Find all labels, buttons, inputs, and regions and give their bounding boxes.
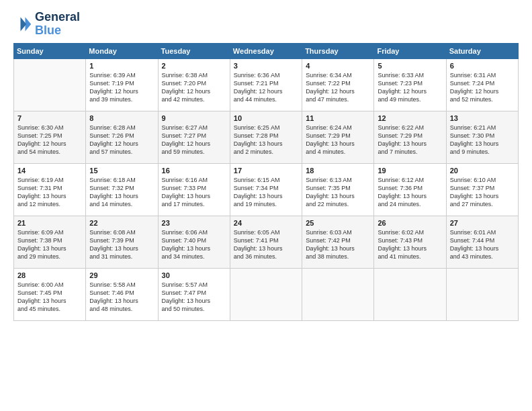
- day-info: Sunrise: 6:33 AM Sunset: 7:23 PM Dayligh…: [378, 71, 442, 104]
- day-info: Sunrise: 6:08 AM Sunset: 7:39 PM Dayligh…: [89, 228, 154, 261]
- calendar-cell: 6Sunrise: 6:31 AM Sunset: 7:24 PM Daylig…: [446, 58, 518, 111]
- day-number: 14: [17, 167, 82, 175]
- day-info: Sunrise: 6:15 AM Sunset: 7:34 PM Dayligh…: [234, 176, 298, 209]
- day-number: 13: [450, 114, 515, 122]
- day-number: 8: [89, 114, 154, 122]
- calendar-cell: 30Sunrise: 5:57 AM Sunset: 7:47 PM Dayli…: [158, 268, 230, 320]
- day-number: 17: [234, 167, 298, 175]
- col-header-thursday: Thursday: [302, 43, 374, 58]
- calendar-cell: 9Sunrise: 6:27 AM Sunset: 7:27 PM Daylig…: [158, 111, 230, 163]
- day-info: Sunrise: 6:16 AM Sunset: 7:33 PM Dayligh…: [162, 176, 226, 209]
- calendar-cell: 20Sunrise: 6:10 AM Sunset: 7:37 PM Dayli…: [446, 163, 518, 216]
- day-number: 18: [306, 167, 370, 175]
- day-number: 21: [17, 219, 82, 227]
- day-info: Sunrise: 6:18 AM Sunset: 7:32 PM Dayligh…: [89, 176, 154, 209]
- calendar-cell: 18Sunrise: 6:13 AM Sunset: 7:35 PM Dayli…: [302, 163, 374, 216]
- day-info: Sunrise: 6:19 AM Sunset: 7:31 PM Dayligh…: [17, 176, 82, 209]
- calendar-cell: 2Sunrise: 6:38 AM Sunset: 7:20 PM Daylig…: [158, 58, 230, 111]
- col-header-saturday: Saturday: [446, 43, 518, 58]
- col-header-monday: Monday: [86, 43, 158, 58]
- day-number: 30: [162, 271, 226, 279]
- calendar-cell: 14Sunrise: 6:19 AM Sunset: 7:31 PM Dayli…: [14, 163, 86, 216]
- calendar-cell: 17Sunrise: 6:15 AM Sunset: 7:34 PM Dayli…: [230, 163, 302, 216]
- day-number: 5: [378, 62, 442, 70]
- day-info: Sunrise: 6:31 AM Sunset: 7:24 PM Dayligh…: [450, 71, 515, 104]
- day-info: Sunrise: 6:28 AM Sunset: 7:26 PM Dayligh…: [89, 124, 154, 156]
- calendar-row: 1Sunrise: 6:39 AM Sunset: 7:19 PM Daylig…: [14, 58, 519, 111]
- day-number: 9: [162, 114, 226, 122]
- day-number: 19: [378, 167, 442, 175]
- day-number: 25: [306, 219, 370, 227]
- day-info: Sunrise: 6:34 AM Sunset: 7:22 PM Dayligh…: [306, 71, 370, 104]
- day-info: Sunrise: 6:22 AM Sunset: 7:29 PM Dayligh…: [378, 124, 442, 156]
- day-info: Sunrise: 6:10 AM Sunset: 7:37 PM Dayligh…: [450, 176, 515, 209]
- day-number: 24: [234, 219, 298, 227]
- col-header-tuesday: Tuesday: [158, 43, 230, 58]
- day-number: 23: [162, 219, 226, 227]
- calendar-cell: [446, 268, 518, 320]
- calendar-cell: 5Sunrise: 6:33 AM Sunset: 7:23 PM Daylig…: [374, 58, 446, 111]
- day-info: Sunrise: 6:09 AM Sunset: 7:38 PM Dayligh…: [17, 228, 82, 261]
- logo: General Blue: [13, 11, 80, 38]
- day-info: Sunrise: 6:30 AM Sunset: 7:25 PM Dayligh…: [17, 124, 82, 156]
- page-header: General Blue: [13, 11, 519, 38]
- calendar-row: 21Sunrise: 6:09 AM Sunset: 7:38 PM Dayli…: [14, 216, 519, 268]
- day-number: 3: [234, 62, 298, 70]
- day-number: 11: [306, 114, 370, 122]
- day-number: 26: [378, 219, 442, 227]
- calendar-cell: 21Sunrise: 6:09 AM Sunset: 7:38 PM Dayli…: [14, 216, 86, 268]
- calendar-row: 28Sunrise: 6:00 AM Sunset: 7:45 PM Dayli…: [14, 268, 519, 320]
- calendar-cell: [14, 58, 86, 111]
- calendar-cell: 13Sunrise: 6:21 AM Sunset: 7:30 PM Dayli…: [446, 111, 518, 163]
- day-info: Sunrise: 5:58 AM Sunset: 7:46 PM Dayligh…: [89, 281, 154, 314]
- day-number: 28: [17, 271, 82, 279]
- col-header-sunday: Sunday: [14, 43, 86, 58]
- calendar-cell: 23Sunrise: 6:06 AM Sunset: 7:40 PM Dayli…: [158, 216, 230, 268]
- day-number: 29: [89, 271, 154, 279]
- calendar-cell: 1Sunrise: 6:39 AM Sunset: 7:19 PM Daylig…: [86, 58, 158, 111]
- calendar-cell: 8Sunrise: 6:28 AM Sunset: 7:26 PM Daylig…: [86, 111, 158, 163]
- calendar-cell: 3Sunrise: 6:36 AM Sunset: 7:21 PM Daylig…: [230, 58, 302, 111]
- calendar-cell: 11Sunrise: 6:24 AM Sunset: 7:29 PM Dayli…: [302, 111, 374, 163]
- day-info: Sunrise: 5:57 AM Sunset: 7:47 PM Dayligh…: [162, 281, 226, 314]
- logo-text: General Blue: [35, 11, 80, 38]
- day-number: 20: [450, 167, 515, 175]
- day-info: Sunrise: 6:03 AM Sunset: 7:42 PM Dayligh…: [306, 228, 370, 261]
- day-number: 7: [17, 114, 82, 122]
- calendar-cell: 28Sunrise: 6:00 AM Sunset: 7:45 PM Dayli…: [14, 268, 86, 320]
- day-number: 2: [162, 62, 226, 70]
- calendar-cell: 10Sunrise: 6:25 AM Sunset: 7:28 PM Dayli…: [230, 111, 302, 163]
- day-number: 1: [89, 62, 154, 70]
- day-info: Sunrise: 6:39 AM Sunset: 7:19 PM Dayligh…: [89, 71, 154, 104]
- day-info: Sunrise: 6:21 AM Sunset: 7:30 PM Dayligh…: [450, 124, 515, 156]
- calendar-cell: 25Sunrise: 6:03 AM Sunset: 7:42 PM Dayli…: [302, 216, 374, 268]
- calendar-cell: 19Sunrise: 6:12 AM Sunset: 7:36 PM Dayli…: [374, 163, 446, 216]
- col-header-wednesday: Wednesday: [230, 43, 302, 58]
- day-info: Sunrise: 6:38 AM Sunset: 7:20 PM Dayligh…: [162, 71, 226, 104]
- calendar-table: SundayMondayTuesdayWednesdayThursdayFrid…: [13, 43, 519, 321]
- col-header-friday: Friday: [374, 43, 446, 58]
- calendar-cell: 16Sunrise: 6:16 AM Sunset: 7:33 PM Dayli…: [158, 163, 230, 216]
- day-number: 6: [450, 62, 515, 70]
- day-info: Sunrise: 6:36 AM Sunset: 7:21 PM Dayligh…: [234, 71, 298, 104]
- day-number: 12: [378, 114, 442, 122]
- day-info: Sunrise: 6:02 AM Sunset: 7:43 PM Dayligh…: [378, 228, 442, 261]
- calendar-cell: 27Sunrise: 6:01 AM Sunset: 7:44 PM Dayli…: [446, 216, 518, 268]
- column-headers: SundayMondayTuesdayWednesdayThursdayFrid…: [14, 43, 519, 58]
- day-info: Sunrise: 6:13 AM Sunset: 7:35 PM Dayligh…: [306, 176, 370, 209]
- calendar-cell: 7Sunrise: 6:30 AM Sunset: 7:25 PM Daylig…: [14, 111, 86, 163]
- calendar-cell: [374, 268, 446, 320]
- day-number: 16: [162, 167, 226, 175]
- day-info: Sunrise: 6:27 AM Sunset: 7:27 PM Dayligh…: [162, 124, 226, 156]
- calendar-cell: 29Sunrise: 5:58 AM Sunset: 7:46 PM Dayli…: [86, 268, 158, 320]
- calendar-cell: 12Sunrise: 6:22 AM Sunset: 7:29 PM Dayli…: [374, 111, 446, 163]
- day-number: 27: [450, 219, 515, 227]
- calendar-cell: 15Sunrise: 6:18 AM Sunset: 7:32 PM Dayli…: [86, 163, 158, 216]
- day-number: 10: [234, 114, 298, 122]
- day-info: Sunrise: 6:25 AM Sunset: 7:28 PM Dayligh…: [234, 124, 298, 156]
- day-number: 22: [89, 219, 154, 227]
- calendar-cell: 26Sunrise: 6:02 AM Sunset: 7:43 PM Dayli…: [374, 216, 446, 268]
- calendar-cell: [302, 268, 374, 320]
- day-info: Sunrise: 6:12 AM Sunset: 7:36 PM Dayligh…: [378, 176, 442, 209]
- day-info: Sunrise: 6:05 AM Sunset: 7:41 PM Dayligh…: [234, 228, 298, 261]
